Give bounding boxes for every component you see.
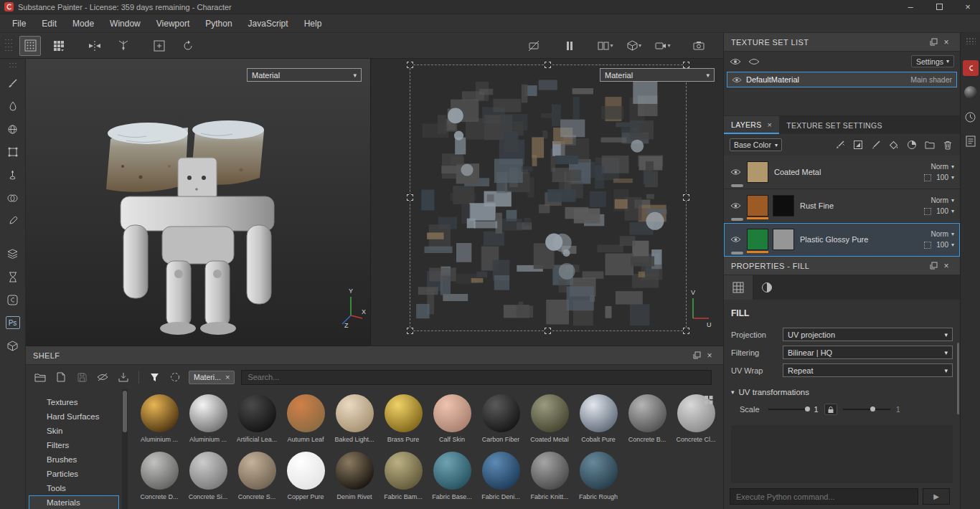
chip-close-icon[interactable]: × [225, 373, 230, 381]
open-folder-button[interactable] [33, 370, 47, 384]
tab-texture-set-settings[interactable]: TEXTURE SET SETTINGS [779, 116, 890, 134]
grid-view-toggle-button[interactable] [704, 395, 713, 404]
shader-link[interactable]: Main shader [910, 75, 952, 84]
add-paint-layer-button[interactable] [870, 138, 882, 151]
solo-eye-button[interactable] [748, 58, 760, 65]
layer-handle[interactable] [731, 252, 743, 255]
undock-panel-button[interactable] [690, 350, 703, 361]
material-sphere[interactable] [336, 394, 374, 432]
filter-button[interactable] [147, 370, 161, 384]
material-autumn-leaf[interactable]: Autumn Leaf [281, 392, 330, 449]
shelf-search-input[interactable] [241, 370, 712, 385]
screenshot-button[interactable] [688, 36, 710, 56]
viewport-2d[interactable]: Material ▾ V U [370, 59, 723, 346]
properties-scrollbar[interactable] [957, 343, 959, 414]
bakers-button[interactable] [3, 267, 23, 287]
scale-x-slider[interactable] [768, 409, 809, 410]
opacity-dropdown[interactable]: 100▾ [924, 241, 954, 249]
close-panel-button[interactable]: × [940, 37, 953, 48]
layer-visibility-button[interactable] [728, 202, 743, 209]
history-dock-button[interactable] [963, 109, 979, 125]
material-concrete-s[interactable]: Concrete S... [232, 449, 281, 507]
render-mode-button[interactable]: ▾ [623, 36, 645, 56]
blend-mode-dropdown[interactable]: Norm▾ [931, 196, 954, 204]
transform-tool-button[interactable] [19, 36, 41, 56]
layer-handle[interactable] [731, 218, 743, 221]
shelf-category-skin[interactable]: Skin [29, 424, 119, 438]
shelf-category-filters[interactable]: Filters [29, 438, 119, 452]
material-cobalt-pure[interactable]: Cobalt Pure [574, 392, 623, 449]
symmetry-button[interactable] [84, 36, 105, 56]
channel-dropdown[interactable]: Base Color ▾ [730, 138, 782, 151]
texture-set-row[interactable]: DefaultMaterial Main shader [727, 72, 957, 87]
save-shelf-button[interactable] [75, 370, 89, 384]
material-coated-metal[interactable]: Coated Metal [525, 392, 574, 449]
uv-wrap-dropdown[interactable]: Repeat ▾ [783, 363, 953, 377]
material-denim-rivet[interactable]: Denim Rivet [330, 449, 379, 507]
material-fabric-deni[interactable]: Fabric Deni... [476, 449, 525, 507]
material-sphere[interactable] [628, 394, 666, 432]
scrollbar-thumb[interactable] [123, 391, 127, 432]
menu-item-python[interactable]: Python [197, 14, 240, 32]
layer-visibility-button[interactable] [728, 236, 743, 243]
material-sphere[interactable] [287, 452, 325, 490]
layer-mask-thumbnail[interactable] [773, 195, 794, 217]
resources-button[interactable] [3, 244, 23, 264]
material-sphere[interactable] [141, 394, 179, 432]
python-run-button[interactable]: ▶ [923, 488, 950, 505]
scale-lock-button[interactable] [824, 404, 837, 415]
shelf-category-materials[interactable]: Materials [29, 495, 119, 509]
texture-set-settings-button[interactable]: Settings ▾ [911, 55, 954, 67]
tab-material-mode[interactable] [753, 275, 781, 300]
shelf-category-textures[interactable]: Textures [29, 395, 119, 409]
substance-source-dock-button[interactable] [963, 60, 979, 76]
scale-y-slider[interactable] [843, 409, 890, 410]
menu-item-edit[interactable]: Edit [34, 14, 65, 32]
scale-x-value[interactable]: 1 [814, 405, 819, 414]
material-baked-light[interactable]: Baked Light... [330, 392, 379, 449]
layer-thumbnail[interactable] [747, 229, 768, 250]
material-sphere[interactable] [580, 452, 618, 490]
layer-row-plastic-glossy-pure[interactable]: Plastic Glossy Pure Norm▾ 100▾ [724, 223, 960, 257]
material-sphere[interactable] [433, 394, 471, 432]
blend-mode-dropdown[interactable]: Norm▾ [931, 230, 954, 238]
symmetry-disabled-button[interactable] [523, 36, 545, 56]
shelf-category-brushes[interactable]: Brushes [29, 452, 119, 467]
dock-grip[interactable] [966, 37, 976, 44]
material-sphere[interactable] [336, 452, 374, 490]
material-fabric-base[interactable]: Fabric Base... [428, 449, 476, 507]
filter-chip-materials[interactable]: Materi... × [189, 371, 235, 384]
layer-thumbnail[interactable] [747, 195, 768, 217]
material-concrete-d[interactable]: Concrete D... [135, 449, 184, 507]
menu-item-viewport[interactable]: Viewport [149, 14, 197, 32]
toolbar-grip[interactable] [4, 38, 13, 54]
camera-select-button[interactable]: ▾ [652, 36, 674, 56]
material-carbon-fiber[interactable]: Carbon Fiber [476, 392, 525, 449]
projection-dropdown[interactable]: UV projection ▾ [783, 328, 953, 341]
undock-panel-button[interactable] [927, 260, 940, 272]
add-fill-layer-button[interactable] [852, 138, 864, 151]
visibility-eye-button[interactable] [730, 58, 741, 65]
material-sphere[interactable] [141, 452, 179, 490]
material-sphere[interactable] [385, 452, 423, 490]
python-command-input[interactable] [730, 488, 918, 505]
maximize-button[interactable] [927, 0, 951, 14]
snap-grid-button[interactable] [48, 36, 70, 56]
shelf-category-tools[interactable]: Tools [29, 481, 119, 495]
fill-bucket-button[interactable] [887, 138, 900, 151]
viewport-3d[interactable]: Material ▾ Y X Z [26, 59, 370, 346]
mirror-axis-button[interactable] [113, 36, 134, 56]
material-artificial-lea[interactable]: Artificial Lea... [232, 392, 281, 449]
material-sphere[interactable] [531, 452, 569, 490]
geometry-button[interactable] [3, 336, 23, 356]
tab-layers[interactable]: LAYERS × [724, 116, 779, 134]
menu-item-window[interactable]: Window [102, 14, 149, 32]
eye-icon[interactable] [732, 77, 742, 83]
shader-mode-dropdown-3d[interactable]: Material ▾ [247, 68, 362, 82]
opacity-dropdown[interactable]: 100▾ [924, 207, 954, 215]
material-sphere[interactable] [238, 394, 276, 432]
clone-tool-button[interactable] [3, 188, 23, 208]
add-effect-button[interactable] [834, 138, 847, 151]
projection-tool-button[interactable] [3, 119, 23, 139]
close-panel-button[interactable]: × [703, 350, 716, 361]
